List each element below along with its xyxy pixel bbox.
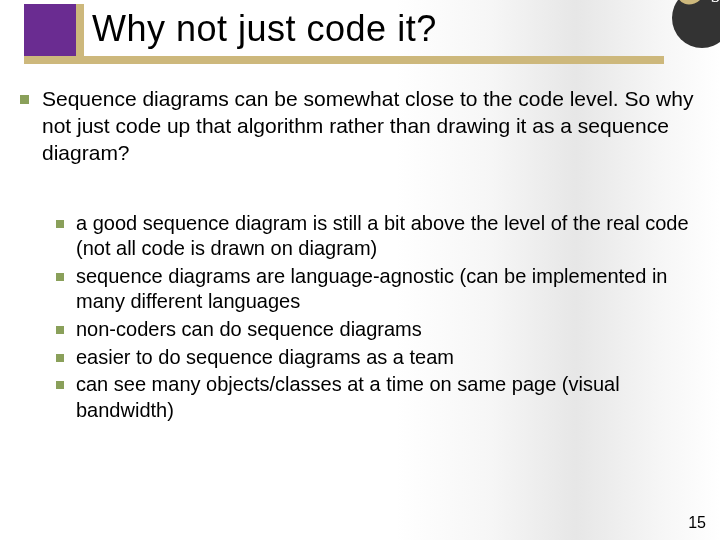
title-accent-bar-vertical	[76, 4, 84, 64]
list-item-text: can see many objects/classes at a time o…	[76, 373, 620, 421]
logo-letter: S	[711, 0, 720, 6]
square-bullet-icon	[56, 326, 64, 334]
square-bullet-icon	[56, 381, 64, 389]
list-item: sequence diagrams are language-agnostic …	[52, 264, 704, 315]
page-title: Why not just code it?	[92, 8, 437, 50]
list-item: non-coders can do sequence diagrams	[52, 317, 704, 343]
title-accent-square	[24, 4, 76, 56]
list-item-text: sequence diagrams are language-agnostic …	[76, 265, 667, 313]
slide-body: Sequence diagrams can be somewhat close …	[16, 86, 704, 510]
list-item: a good sequence diagram is still a bit a…	[52, 211, 704, 262]
intro-paragraph: Sequence diagrams can be somewhat close …	[16, 86, 704, 167]
list-item-text: a good sequence diagram is still a bit a…	[76, 212, 689, 260]
title-accent-bar-horizontal	[24, 56, 664, 64]
title-area: Why not just code it?	[24, 4, 700, 70]
square-bullet-icon	[56, 354, 64, 362]
square-bullet-icon	[56, 273, 64, 281]
intro-text: Sequence diagrams can be somewhat close …	[42, 87, 693, 164]
list-item: can see many objects/classes at a time o…	[52, 372, 704, 423]
sub-points-list: a good sequence diagram is still a bit a…	[52, 211, 704, 424]
list-item: easier to do sequence diagrams as a team	[52, 345, 704, 371]
square-bullet-icon	[20, 95, 29, 104]
square-bullet-icon	[56, 220, 64, 228]
list-item-text: non-coders can do sequence diagrams	[76, 318, 422, 340]
slide: S Why not just code it? Sequence diagram…	[0, 0, 720, 540]
page-number: 15	[688, 514, 706, 532]
list-item-text: easier to do sequence diagrams as a team	[76, 346, 454, 368]
